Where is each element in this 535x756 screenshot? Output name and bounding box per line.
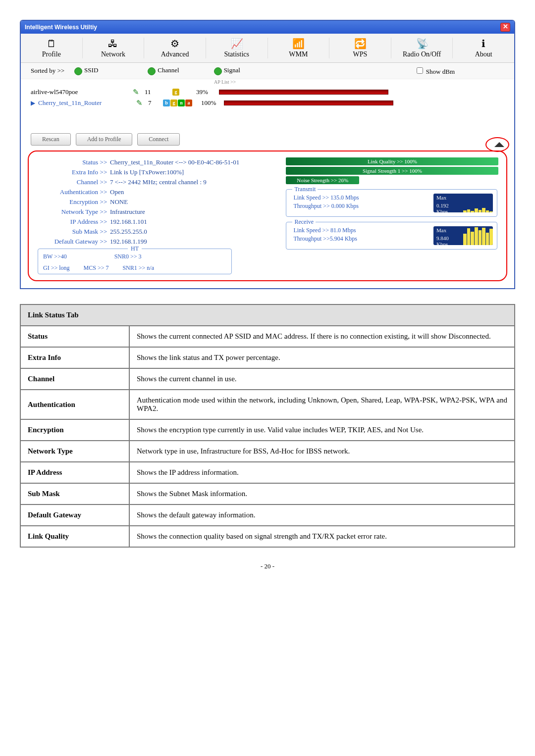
meter-val: 0.192Kbps [436, 202, 449, 212]
doc-row-desc: Shows the encryption type currently in u… [129, 419, 515, 441]
rx-speed: Link Speed >> 81.0 Mbps [293, 226, 424, 235]
expand-arrow-icon[interactable] [494, 142, 504, 147]
meter-max: Max [436, 227, 446, 233]
doc-row-desc: Shows the IP address information. [129, 462, 515, 483]
receive-group: Receive Link Speed >> 81.0 Mbps Throughp… [286, 222, 497, 250]
show-dbm-checkbox[interactable]: Show dBm [415, 66, 455, 76]
status-label: Status >> [38, 158, 110, 166]
aplist-label: AP List >> [21, 79, 514, 85]
doc-row-header: Network Type [20, 441, 129, 462]
nav-label: Network [101, 50, 125, 58]
radio-icon: 📡 [416, 38, 428, 50]
doc-row-desc: Network type in use, Infrastructure for … [129, 441, 515, 462]
top-nav: 🗒Profile 🖧Network ⚙Advanced 📈Statistics … [21, 34, 514, 63]
doc-row: Link QualityShows the connection quality… [20, 526, 515, 547]
nav-wps[interactable]: 🔁WPS [329, 38, 391, 58]
extra-value: Link is Up [TxPower:100%] [110, 168, 271, 176]
receive-title: Receive [292, 218, 316, 226]
link-quality-bar: Link Quality >> 100% [286, 157, 498, 165]
rescan-button[interactable]: Rescan [31, 133, 71, 146]
app-window: Intelligent Wireless Utiltiy ✕ 🗒Profile … [20, 20, 515, 289]
doc-row-header: Authentication [20, 390, 129, 419]
status-left: Status >>Cherry_test_11n_Router <--> 00-… [38, 157, 271, 274]
doc-row-desc: Shows the Subnet Mask information. [129, 483, 515, 504]
button-row: Rescan Add to Profile Connect [21, 128, 514, 149]
tx-speed: Link Speed >> 135.0 Mbps [293, 194, 424, 202]
quality-bars: Link Quality >> 100% Signal Strength 1 >… [286, 157, 497, 184]
status-panel: Status >>Cherry_test_11n_Router <--> 00-… [28, 151, 507, 281]
doc-row: IP AddressShows the IP address informati… [20, 462, 515, 483]
transmit-group: Transmit Link Speed >> 135.0 Mbps Throug… [286, 189, 497, 217]
signal-bar [219, 90, 388, 95]
channel-icon: ✎ [136, 99, 145, 107]
ap-channel: 11 [145, 88, 157, 96]
ap-row[interactable]: ▶ Cherry_test_11n_Router ✎ 7 bgna 100% [31, 98, 504, 108]
ht-group: HT BW >>40 SNR0 >> 3 GI >> long MCS >> 7… [38, 249, 232, 274]
connect-button[interactable]: Connect [137, 133, 180, 146]
profile-icon: 🗒 [46, 38, 57, 50]
doc-row-desc: Shows the link status and TX power perce… [129, 347, 515, 368]
add-profile-button[interactable]: Add to Profile [76, 133, 133, 146]
doc-row-desc: Authentication mode used within the netw… [129, 390, 515, 419]
ht-title: HT [128, 245, 142, 252]
nav-network[interactable]: 🖧Network [83, 38, 145, 58]
doc-row: ChannelShows the current channel in use. [20, 368, 515, 390]
network-icon: 🖧 [107, 38, 119, 50]
doc-row: Default GatewayShows the default gateway… [20, 504, 515, 526]
doc-table: Link Status Tab StatusShows the current … [20, 304, 515, 548]
nav-statistics[interactable]: 📈Statistics [206, 38, 268, 58]
sort-channel[interactable]: Channel [148, 66, 179, 75]
tx-meter: Max 0.192Kbps [433, 194, 493, 212]
doc-row-header: Channel [20, 368, 129, 390]
page-number: - 20 - [20, 562, 515, 570]
enc-value: NONE [110, 198, 271, 206]
rx-meter: Max 9.840Kbps [433, 226, 493, 245]
nav-about[interactable]: ℹAbout [453, 38, 514, 58]
doc-row-desc: Shows the current connected AP SSID and … [129, 326, 515, 347]
doc-row-header: IP Address [20, 462, 129, 483]
sort-signal[interactable]: Signal [214, 66, 240, 75]
doc-row-header: Link Quality [20, 526, 129, 547]
ntype-value: Infrastructure [110, 208, 271, 216]
titlebar[interactable]: Intelligent Wireless Utiltiy ✕ [21, 21, 514, 34]
nav-label: Statistics [224, 50, 249, 58]
advanced-icon: ⚙ [169, 38, 181, 50]
nav-label: WPS [353, 50, 368, 58]
ntype-label: Network Type >> [38, 208, 110, 216]
noise-strength-bar: Noise Strength >> 26% [286, 176, 359, 184]
tx-throughput: Throughput >> 0.000 Kbps [293, 202, 424, 210]
nav-radio[interactable]: 📡Radio On/Off [391, 38, 453, 58]
doc-row: AuthenticationAuthentication mode used w… [20, 390, 515, 419]
enc-label: Encryption >> [38, 198, 110, 206]
wmm-icon: 📶 [292, 38, 304, 50]
channel-value: 7 <--> 2442 MHz; central channel : 9 [110, 178, 271, 186]
ap-row[interactable]: airlive-wl5470poe ✎ 11 g 39% [31, 87, 504, 98]
statistics-icon: 📈 [231, 38, 243, 50]
ap-list: airlive-wl5470poe ✎ 11 g 39% ▶ Cherry_te… [21, 85, 514, 128]
window-title: Intelligent Wireless Utiltiy [25, 24, 97, 31]
mode-icons: bgna [163, 100, 192, 106]
doc-row-desc: Shows the current channel in use. [129, 368, 515, 390]
mask-label: Sub Mask >> [38, 228, 110, 236]
ht-snr0: SNR0 >> 3 [114, 253, 142, 260]
doc-title: Link Status Tab [20, 304, 515, 326]
auth-label: Authentication >> [38, 188, 110, 196]
ap-signal-pct: 39% [196, 88, 216, 96]
nav-label: Radio On/Off [403, 50, 441, 58]
nav-label: About [475, 50, 492, 58]
meter-max: Max [436, 195, 446, 201]
ht-mcs: MCS >> 7 [84, 264, 109, 272]
nav-label: WMM [289, 50, 308, 58]
sort-ssid[interactable]: SSID [74, 66, 98, 75]
transmit-title: Transmit [292, 186, 318, 193]
signal-bar [224, 101, 393, 105]
close-icon[interactable]: ✕ [500, 23, 510, 32]
doc-row-desc: Shows the default gateway information. [129, 504, 515, 526]
nav-advanced[interactable]: ⚙Advanced [144, 38, 206, 58]
nav-wmm[interactable]: 📶WMM [268, 38, 330, 58]
doc-row-header: Default Gateway [20, 504, 129, 526]
ap-name: Cherry_test_11n_Router [38, 99, 133, 107]
sort-row: Sorted by >> SSID Channel Signal Show dB… [21, 63, 514, 79]
nav-profile[interactable]: 🗒Profile [21, 38, 83, 58]
channel-icon: ✎ [133, 88, 142, 97]
